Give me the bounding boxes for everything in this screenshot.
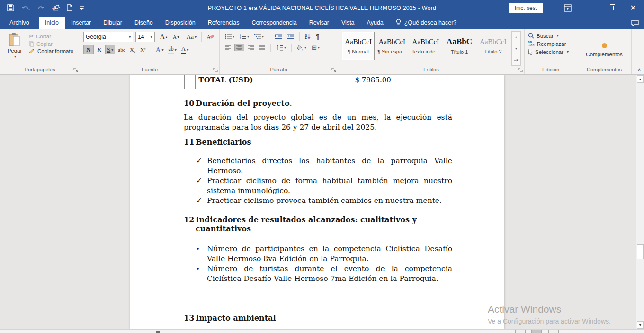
addins-button[interactable]: Complementos	[581, 32, 628, 66]
document-page[interactable]: TOTAL (USD) $ 7985.00 10Duración del pro…	[130, 75, 504, 329]
tab-insertar[interactable]: Insertar	[65, 17, 97, 29]
tab-correspondencia[interactable]: Correspondencia	[245, 17, 303, 29]
minimize-button[interactable]: —	[579, 0, 600, 16]
bold-button[interactable]: N	[83, 45, 94, 54]
tab-disposicion[interactable]: Disposición	[159, 17, 202, 29]
close-button[interactable]: ✕	[622, 0, 644, 16]
grow-font-button[interactable]: A▲	[158, 32, 170, 42]
view-web-layout-button[interactable]	[548, 330, 559, 333]
scroll-down-icon[interactable]: ▼	[637, 321, 644, 329]
font-color-button[interactable]: A▾	[179, 44, 190, 55]
scrollbar-thumb[interactable]	[637, 244, 644, 259]
tab-vista[interactable]: Vista	[335, 17, 361, 29]
justify-button[interactable]	[257, 44, 267, 51]
ribbon-display-options-icon[interactable]	[557, 0, 579, 16]
tab-inicio[interactable]: Inicio	[39, 17, 65, 29]
replace-button[interactable]: ab⇢ac Reemplazar	[528, 41, 569, 47]
copy-button[interactable]: Copiar	[29, 41, 73, 47]
tab-diseno[interactable]: Diseño	[128, 17, 159, 29]
ribbon-tab-bar: Archivo Inicio Insertar Dibujar Diseño D…	[0, 16, 644, 29]
styles-scroll-up-icon[interactable]: ▲	[512, 32, 520, 43]
strikethrough-button[interactable]: abc	[116, 46, 127, 53]
highlight-color-button[interactable]: ab▾	[166, 44, 178, 55]
numbering-button[interactable]: 123▾	[238, 33, 251, 40]
dialog-launcher-icon[interactable]	[213, 68, 218, 73]
dialog-launcher-icon[interactable]	[331, 68, 337, 73]
subscript-button[interactable]: X₂	[128, 46, 138, 53]
save-icon[interactable]	[7, 4, 14, 11]
underline-button[interactable]: S▾	[105, 45, 115, 54]
select-button[interactable]: Seleccionar▾	[528, 49, 569, 55]
justify-icon	[259, 45, 265, 50]
list-item: ✓ Practicar ciclismo provoca también cam…	[184, 196, 452, 206]
table-cell-total-label[interactable]: TOTAL (USD)	[196, 75, 345, 89]
comment-icon	[631, 20, 639, 26]
line-spacing-button[interactable]: ▾	[274, 44, 288, 52]
style-texto-independiente[interactable]: AaBbCcI Texto inde...	[409, 32, 442, 60]
vertical-scrollbar[interactable]: ▲ ▼	[636, 75, 644, 329]
table-cell-empty-left[interactable]	[185, 75, 196, 89]
dialog-launcher-icon[interactable]	[73, 68, 79, 73]
tab-dibujar[interactable]: Dibujar	[97, 17, 128, 29]
align-left-button[interactable]	[223, 44, 233, 51]
sign-in-button[interactable]: Inic. ses.	[509, 3, 543, 13]
tell-me-label: ¿Qué desea hacer?	[404, 19, 457, 26]
align-right-button[interactable]	[246, 44, 256, 51]
style-normal[interactable]: AaBbCcI ¶ Normal	[342, 32, 375, 60]
tab-archivo[interactable]: Archivo	[0, 17, 39, 29]
tab-revisar[interactable]: Revisar	[303, 17, 335, 29]
view-read-mode-button[interactable]	[515, 330, 526, 333]
view-print-layout-button[interactable]	[531, 330, 542, 333]
format-painter-icon	[29, 48, 35, 54]
eraser-icon[interactable]	[52, 4, 60, 11]
multilevel-list-button[interactable]: ▾	[252, 33, 266, 40]
tab-referencias[interactable]: Referencias	[202, 17, 246, 29]
restore-button[interactable]	[600, 0, 622, 16]
cut-button[interactable]: ✂ Cortar	[29, 33, 73, 40]
table-cell-total-amount[interactable]: $ 7985.00	[345, 75, 401, 89]
addin-dot-icon	[602, 43, 607, 48]
font-size-combo[interactable]: 14▾	[135, 32, 155, 42]
redo-icon[interactable]	[37, 5, 45, 11]
italic-button[interactable]: K	[95, 45, 104, 54]
align-center-button[interactable]	[234, 44, 244, 51]
align-left-icon	[225, 45, 231, 50]
superscript-button[interactable]: X²	[138, 46, 147, 53]
table-cell-empty-right[interactable]	[401, 75, 452, 89]
highlight-icon: ab	[168, 45, 173, 54]
borders-button[interactable]: ⊞▾	[310, 43, 322, 52]
new-document-icon[interactable]	[67, 4, 72, 11]
format-painter-button[interactable]: Copiar formato	[29, 48, 73, 54]
find-button[interactable]: Buscar▾	[528, 33, 569, 39]
collapse-ribbon-icon[interactable]: ∧	[637, 67, 641, 73]
style-titulo-2[interactable]: AaBbCcI Título 2	[477, 32, 510, 60]
style-titulo-1[interactable]: AaBbC Título 1	[443, 32, 475, 60]
tab-ayuda[interactable]: Ayuda	[361, 17, 390, 29]
borders-icon: ⊞	[312, 44, 317, 51]
decrease-indent-button[interactable]	[273, 33, 284, 40]
table-row[interactable]: TOTAL (USD) $ 7985.00	[185, 75, 452, 89]
customize-qat-icon[interactable]	[80, 5, 84, 11]
increase-indent-button[interactable]	[285, 33, 296, 40]
scroll-up-icon[interactable]: ▲	[637, 75, 644, 83]
styles-gallery-more-icon[interactable]: ═▾	[512, 54, 520, 65]
undo-icon[interactable]	[21, 5, 30, 11]
shading-button[interactable]: ▾	[295, 44, 308, 52]
check-icon: ✓	[196, 196, 207, 206]
show-marks-button[interactable]: ¶	[314, 32, 322, 41]
clear-formatting-button[interactable]: A	[205, 33, 216, 41]
change-case-button[interactable]: Aa▾	[185, 32, 198, 42]
dialog-launcher-icon[interactable]	[518, 68, 523, 73]
comments-button[interactable]	[626, 20, 644, 29]
clipboard-icon	[9, 33, 21, 47]
tell-me-box[interactable]: ¿Qué desea hacer?	[390, 16, 463, 29]
style-sin-espaciado[interactable]: AaBbCcI ¶ Sin espa...	[376, 32, 408, 60]
font-name-combo[interactable]: Georgia▾	[83, 32, 133, 42]
text-effects-button[interactable]: A▾	[154, 45, 166, 55]
bullet-icon: •	[196, 244, 207, 264]
shrink-font-button[interactable]: A▼	[171, 33, 182, 41]
bullets-button[interactable]: ▾	[223, 33, 236, 40]
styles-scroll-down-icon[interactable]: ▼	[512, 43, 520, 54]
paste-button[interactable]: Pegar ▾	[3, 32, 26, 66]
sort-button[interactable]: AZ	[303, 33, 313, 40]
